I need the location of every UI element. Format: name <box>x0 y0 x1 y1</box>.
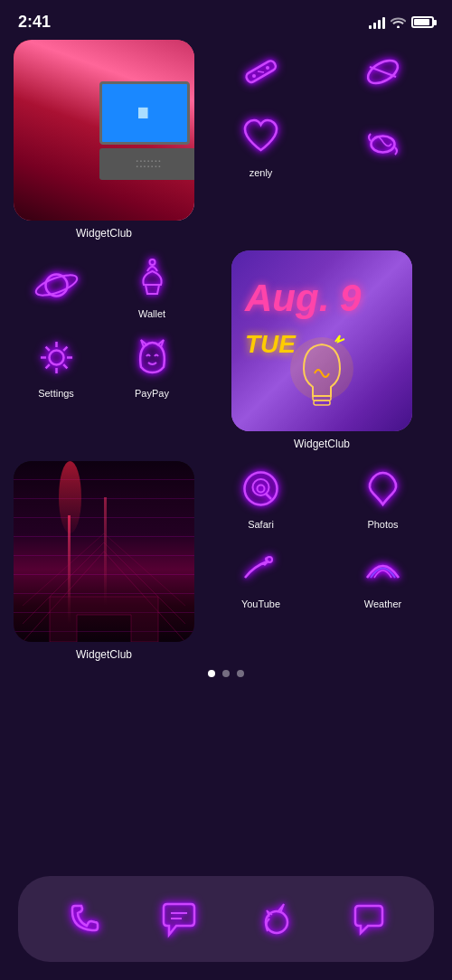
planet-app[interactable] <box>14 250 99 319</box>
weather-label: Weather <box>364 598 401 609</box>
svg-line-17 <box>266 494 271 499</box>
status-icons <box>369 16 434 29</box>
zenly-label: zenly <box>250 167 273 178</box>
photos-app[interactable]: Photos <box>327 461 438 530</box>
widget-computer-image: █▌ ▪▪▪▪▪▪▪▪▪▪▪▪▪▪ <box>14 40 194 221</box>
settings-app[interactable]: Settings <box>14 330 99 399</box>
candy-icon <box>356 117 410 171</box>
status-bar: 2:41 <box>0 0 452 40</box>
paypay-icon <box>125 330 179 384</box>
widget3-label: WidgetClub <box>76 648 132 661</box>
cupcake-app[interactable]: Wallet <box>109 250 194 319</box>
svg-point-1 <box>252 74 256 78</box>
paypay-label: PayPay <box>135 388 169 399</box>
wallet-label: Wallet <box>138 308 165 319</box>
svg-line-5 <box>370 67 396 77</box>
bandaid-icon <box>234 44 288 99</box>
chat-dock-item[interactable] <box>339 890 398 948</box>
signal-icon <box>369 16 385 29</box>
settings-label: Settings <box>38 388 74 399</box>
svg-point-14 <box>245 472 278 504</box>
svg-point-2 <box>266 66 269 70</box>
home-screen: █▌ ▪▪▪▪▪▪▪▪▪▪▪▪▪▪ WidgetClub <box>0 40 452 661</box>
widget-1[interactable]: █▌ ▪▪▪▪▪▪▪▪▪▪▪▪▪▪ WidgetClub <box>14 40 194 240</box>
youtube-label: YouTube <box>241 598 280 609</box>
zenly-app[interactable]: zenly <box>205 109 316 178</box>
paypay-app[interactable]: PayPay <box>109 330 194 399</box>
phone-dock-item[interactable] <box>54 890 113 948</box>
pill-icon <box>356 44 410 99</box>
svg-point-18 <box>267 557 272 562</box>
wifi-icon <box>391 16 406 28</box>
bandaid-app[interactable] <box>205 44 316 99</box>
safari-app[interactable]: Safari <box>205 461 316 530</box>
svg-point-10 <box>49 350 63 364</box>
status-time: 2:41 <box>18 13 51 32</box>
planet-icon <box>29 258 83 312</box>
unicorn-dock-item[interactable] <box>244 890 303 948</box>
pill-app[interactable] <box>327 44 438 99</box>
widget-2[interactable]: Aug. 9TUE <box>205 250 438 450</box>
widget1-label: WidgetClub <box>76 227 132 240</box>
page-dot-3[interactable] <box>237 670 244 677</box>
photos-icon <box>356 461 410 515</box>
widget2-label: WidgetClub <box>294 438 350 450</box>
dock <box>18 876 434 962</box>
widget-street-image <box>14 461 194 642</box>
svg-point-15 <box>258 485 265 492</box>
widget-light-image: Aug. 9TUE <box>231 250 412 431</box>
svg-rect-13 <box>314 400 330 405</box>
battery-icon <box>411 16 434 28</box>
safari-icon <box>234 461 288 515</box>
settings-icon <box>29 330 83 384</box>
messages-dock-item[interactable] <box>149 890 208 948</box>
svg-line-3 <box>258 71 264 72</box>
zenly-icon <box>234 109 288 164</box>
page-dot-1[interactable] <box>208 670 215 677</box>
page-dot-2[interactable] <box>222 670 230 677</box>
youtube-icon <box>234 541 288 595</box>
cupcake-icon <box>125 250 179 305</box>
page-dots <box>0 661 452 686</box>
weather-app[interactable]: Weather <box>327 541 438 609</box>
candy-app[interactable] <box>327 109 438 178</box>
youtube-app[interactable]: YouTube <box>205 541 316 609</box>
widget-3[interactable]: WidgetClub <box>14 461 194 661</box>
photos-label: Photos <box>367 519 398 530</box>
svg-point-9 <box>149 259 155 265</box>
safari-label: Safari <box>248 519 274 530</box>
weather-icon <box>356 541 410 595</box>
